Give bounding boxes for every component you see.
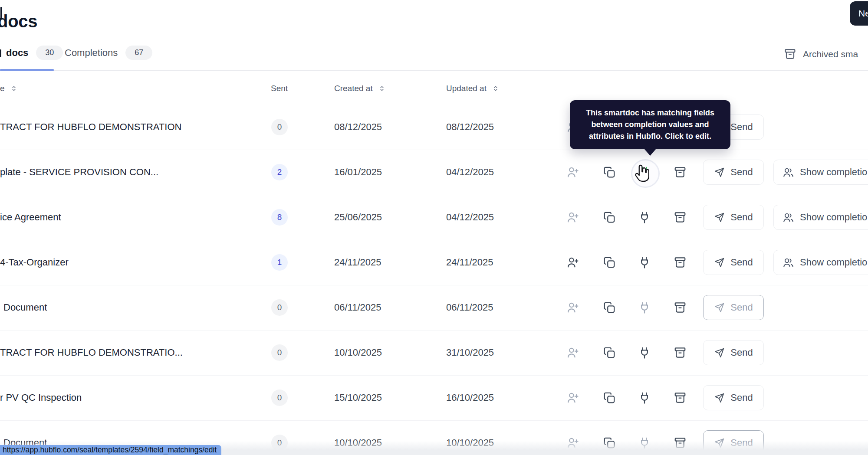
- send-button[interactable]: Send: [703, 250, 764, 275]
- add-user-icon[interactable]: [566, 346, 580, 360]
- send-button-label: Send: [730, 302, 753, 313]
- smartdoc-name[interactable]: ice Agreement: [0, 212, 61, 223]
- status-bar-url: https://app.hubflo.com/seal/templates/25…: [0, 445, 221, 455]
- created-date: 06/11/2025: [334, 302, 381, 313]
- created-date: 24/11/2025: [334, 257, 381, 268]
- field-matching-plug-icon[interactable]: [638, 346, 651, 360]
- send-button[interactable]: Send: [703, 340, 764, 365]
- created-date: 10/10/2025: [334, 347, 382, 358]
- send-button-label: Send: [730, 257, 753, 268]
- column-header-sent: Sent: [271, 82, 288, 95]
- duplicate-icon[interactable]: [602, 301, 616, 314]
- table-header: e Sent Created at Updated at: [0, 82, 868, 95]
- new-smartdoc-button[interactable]: Ne: [850, 1, 868, 26]
- tooltip-text: This smartdoc has matching fieldsbetween…: [575, 107, 725, 142]
- tab-smartdocs-label: docs: [6, 47, 28, 59]
- archive-icon[interactable]: [673, 210, 687, 224]
- updated-date: 08/12/2025: [446, 121, 494, 133]
- tab-label-cut-letter: [0, 49, 1, 57]
- created-date: 08/12/2025: [334, 121, 382, 133]
- tab-bar-divider: [0, 70, 868, 71]
- sent-count-badge: 0: [271, 119, 288, 135]
- add-user-icon[interactable]: [566, 391, 580, 405]
- column-header-created[interactable]: Created at: [334, 82, 386, 95]
- add-user-icon[interactable]: [566, 210, 580, 224]
- show-completions-button[interactable]: Show completio: [773, 205, 868, 230]
- smartdocs-page: docs Ne docs 30 Completions 67 Archived …: [0, 0, 868, 455]
- tab-smartdocs-count-badge: 30: [36, 46, 63, 60]
- updated-date: 24/11/2025: [446, 257, 493, 268]
- smartdoc-name[interactable]: plate - SERVICE PROVISION CON...: [0, 167, 158, 178]
- sort-icon: [492, 85, 500, 92]
- updated-date: 06/11/2025: [446, 302, 493, 313]
- add-user-icon[interactable]: [566, 301, 580, 314]
- duplicate-icon[interactable]: [602, 210, 616, 224]
- send-button-label: Send: [730, 121, 753, 133]
- page-title: docs: [0, 12, 37, 31]
- archived-smartdocs-link[interactable]: Archived sma: [784, 48, 858, 60]
- smartdoc-name[interactable]: TRACT FOR HUBFLO DEMONSTRATION: [0, 121, 181, 133]
- smartdoc-name[interactable]: 4-Tax-Organizer: [0, 257, 69, 268]
- active-tab-underline: [0, 69, 54, 71]
- send-button[interactable]: Send: [703, 295, 764, 320]
- table-row: Document006/11/202506/11/2025Send: [0, 285, 868, 331]
- created-date: 25/06/2025: [334, 212, 382, 223]
- table-row: r PV QC Inspection015/10/202516/10/2025S…: [0, 375, 868, 421]
- updated-date: 16/10/2025: [446, 392, 494, 403]
- duplicate-icon[interactable]: [602, 165, 616, 179]
- show-completions-button[interactable]: Show completio: [773, 160, 868, 185]
- sort-icon: [10, 85, 18, 92]
- sent-count-badge: 0: [271, 299, 288, 316]
- tab-completions[interactable]: Completions 67: [65, 46, 152, 60]
- sent-count-badge: 0: [271, 344, 288, 361]
- column-header-updated[interactable]: Updated at: [446, 82, 500, 95]
- send-button[interactable]: Send: [703, 385, 764, 410]
- archive-icon[interactable]: [673, 165, 687, 179]
- send-button-label: Send: [730, 392, 753, 403]
- field-matching-plug-icon[interactable]: [638, 391, 651, 405]
- field-matching-plug-icon[interactable]: [638, 210, 651, 224]
- tab-bar: docs 30 Completions 67 Archived sma: [0, 43, 868, 72]
- sort-icon: [378, 85, 386, 92]
- sent-count-badge: 0: [271, 390, 288, 406]
- field-matching-tooltip: This smartdoc has matching fieldsbetween…: [570, 100, 730, 149]
- table-row: TRACT FOR HUBFLO DEMONSTRATIO...010/10/2…: [0, 330, 868, 376]
- sent-count-badge: 1: [271, 254, 288, 271]
- add-user-icon[interactable]: [566, 255, 580, 269]
- duplicate-icon[interactable]: [602, 255, 616, 269]
- smartdoc-name[interactable]: TRACT FOR HUBFLO DEMONSTRATIO...: [0, 347, 183, 358]
- archive-icon[interactable]: [673, 301, 687, 314]
- send-button-label: Send: [730, 212, 753, 223]
- hand-cursor-icon: [631, 163, 651, 183]
- sent-count-badge: 2: [271, 164, 288, 180]
- tab-smartdocs[interactable]: docs 30: [6, 46, 63, 60]
- archive-icon[interactable]: [673, 346, 687, 360]
- show-completions-label: Show completio: [800, 257, 867, 268]
- send-button[interactable]: Send: [703, 205, 764, 230]
- created-date: 16/01/2025: [334, 167, 382, 178]
- smartdoc-name[interactable]: r PV QC Inspection: [0, 392, 82, 403]
- send-button-label: Send: [730, 167, 753, 178]
- column-header-name[interactable]: e: [0, 82, 18, 95]
- archive-icon[interactable]: [673, 391, 687, 405]
- table-row: TRACT FOR HUBFLO DEMONSTRATION008/12/202…: [0, 105, 868, 150]
- add-user-icon[interactable]: [566, 165, 580, 179]
- show-completions-button[interactable]: Show completio: [773, 250, 868, 275]
- field-matching-plug-icon[interactable]: [638, 301, 651, 314]
- tab-completions-label: Completions: [65, 47, 118, 59]
- show-completions-label: Show completio: [800, 212, 867, 223]
- updated-date: 04/12/2025: [446, 212, 494, 223]
- archived-smartdocs-label: Archived sma: [803, 49, 858, 59]
- table-row: ice Agreement825/06/202504/12/2025SendSh…: [0, 195, 868, 240]
- show-completions-label: Show completio: [800, 167, 867, 178]
- archive-box-icon: [784, 48, 796, 60]
- archive-icon[interactable]: [673, 255, 687, 269]
- smartdoc-name[interactable]: Document: [3, 302, 47, 313]
- updated-date: 31/10/2025: [446, 347, 494, 358]
- table-row: 4-Tax-Organizer124/11/202524/11/2025Send…: [0, 240, 868, 285]
- duplicate-icon[interactable]: [602, 346, 616, 360]
- send-button[interactable]: Send: [703, 160, 764, 185]
- duplicate-icon[interactable]: [602, 391, 616, 405]
- field-matching-plug-icon[interactable]: [638, 255, 651, 269]
- created-date: 15/10/2025: [334, 392, 382, 403]
